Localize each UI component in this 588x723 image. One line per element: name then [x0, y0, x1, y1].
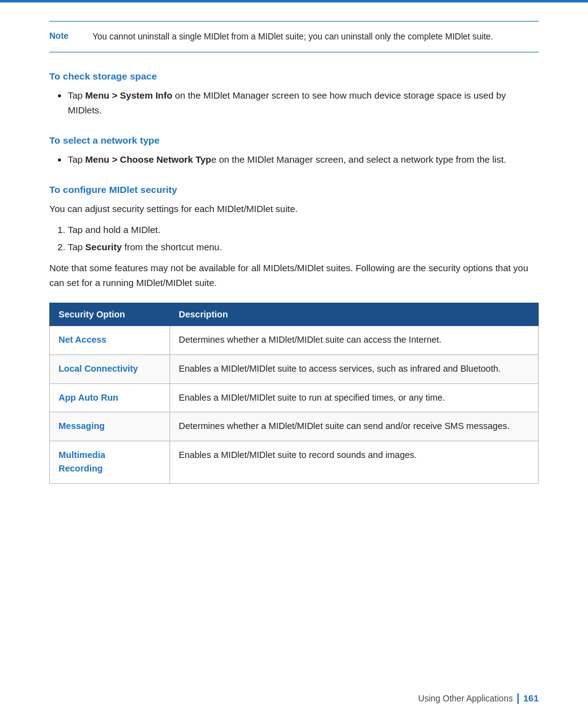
- security-table: Security Option Description Net Access D…: [49, 303, 539, 484]
- table-row: App Auto Run Enables a MIDlet/MIDlet sui…: [50, 383, 539, 412]
- table-row: Messaging Determines whether a MIDlet/MI…: [50, 412, 539, 441]
- configure-steps: Tap and hold a MIDlet. Tap Security from…: [68, 223, 539, 255]
- table-cell-option: Local Connectivity: [50, 354, 170, 383]
- list-item: Tap and hold a MIDlet.: [68, 223, 539, 237]
- section-heading-select-network: To select a network type: [49, 135, 539, 146]
- table-header-option: Security Option: [50, 303, 170, 326]
- table-cell-description: Enables a MIDlet/MIDlet suite to record …: [170, 441, 539, 484]
- table-row: MultimediaRecording Enables a MIDlet/MID…: [50, 441, 539, 484]
- table-cell-option: App Auto Run: [50, 383, 170, 412]
- section-heading-check-storage: To check storage space: [49, 71, 539, 82]
- table-cell-description: Determines whether a MIDlet/MIDlet suite…: [170, 412, 539, 441]
- table-cell-description: Enables a MIDlet/MIDlet suite to run at …: [170, 383, 539, 412]
- list-item: Tap Menu > System Info on the MIDlet Man…: [68, 88, 539, 118]
- note-text: You cannot uninstall a single MIDlet fro…: [92, 30, 493, 43]
- footer-text: Using Other Applications: [419, 693, 513, 703]
- footer-page-number: 161: [523, 693, 539, 703]
- list-item: Tap Menu > Choose Network Type on the MI…: [68, 152, 539, 167]
- table-row: Net Access Determines whether a MIDlet/M…: [50, 326, 539, 355]
- bullet-list-check-storage: Tap Menu > System Info on the MIDlet Man…: [68, 88, 539, 118]
- table-cell-description: Enables a MIDlet/MIDlet suite to access …: [170, 354, 539, 383]
- section-heading-configure: To configure MIDlet security: [49, 184, 539, 195]
- configure-note: Note that some features may not be avail…: [49, 261, 539, 290]
- page-content: Note You cannot uninstall a single MIDle…: [0, 2, 588, 552]
- bullet-list-select-network: Tap Menu > Choose Network Type on the MI…: [68, 152, 539, 167]
- table-row: Local Connectivity Enables a MIDlet/MIDl…: [50, 354, 539, 383]
- table-cell-description: Determines whether a MIDlet/MIDlet suite…: [170, 326, 539, 355]
- table-cell-option: Messaging: [50, 412, 170, 441]
- note-label: Note: [49, 30, 80, 41]
- page-footer: Using Other Applications | 161: [419, 692, 539, 705]
- table-cell-option: Net Access: [50, 326, 170, 355]
- footer-divider: |: [517, 692, 520, 705]
- table-header-description: Description: [170, 303, 539, 326]
- configure-intro: You can adjust security settings for eac…: [49, 202, 539, 216]
- table-cell-option: MultimediaRecording: [50, 441, 170, 484]
- list-item: Tap Security from the shortcut menu.: [68, 240, 539, 255]
- note-box: Note You cannot uninstall a single MIDle…: [49, 21, 539, 52]
